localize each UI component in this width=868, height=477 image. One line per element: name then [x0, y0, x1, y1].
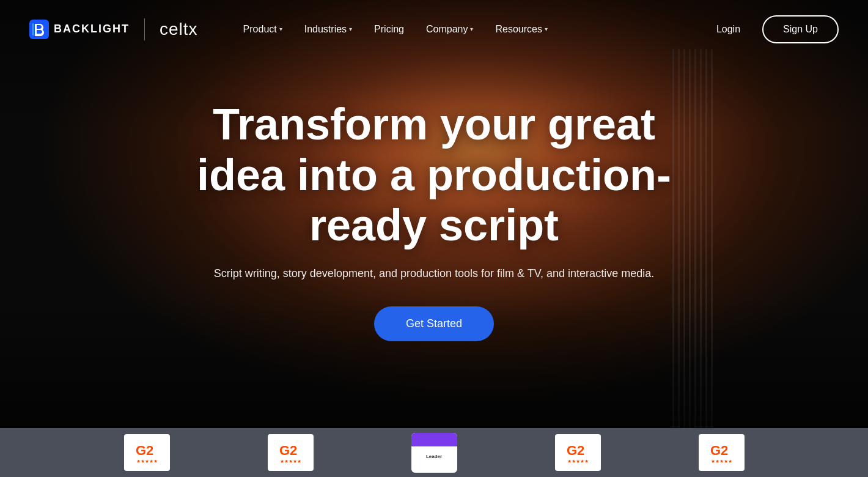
login-button[interactable]: Login [707, 19, 750, 40]
g2-badge-2-inner: G2 ★★★★★ [279, 442, 301, 464]
logo-divider [144, 18, 145, 40]
resources-chevron-icon: ▾ [545, 26, 548, 32]
g2-stars-5: ★★★★★ [711, 459, 732, 464]
backlight-logo[interactable]: BACKLIGHT [29, 20, 130, 39]
svg-text:G2: G2 [567, 443, 584, 458]
g2-logo-icon-1: G2 [136, 442, 158, 459]
nav-actions: Login Sign Up [707, 15, 839, 43]
g2-badge-1-inner: G2 ★★★★★ [136, 442, 158, 464]
navbar: BACKLIGHT celtx Product ▾ Industries ▾ P… [0, 0, 868, 58]
logo-area: BACKLIGHT celtx [29, 18, 198, 40]
get-started-button[interactable]: Get Started [374, 306, 494, 341]
g2-stars-2: ★★★★★ [280, 459, 301, 464]
g2-badge-5: G2 ★★★★★ [699, 434, 745, 471]
g2-stars-1: ★★★★★ [136, 459, 158, 464]
nav-pricing[interactable]: Pricing [366, 19, 413, 40]
g2-logo-icon-2: G2 [279, 442, 301, 459]
nav-resources[interactable]: Resources ▾ [487, 19, 556, 40]
g2-logo-icon-4: G2 [567, 442, 589, 459]
hero-content: Transform your great idea into a product… [159, 99, 709, 341]
nav-company[interactable]: Company ▾ [417, 19, 482, 40]
company-chevron-icon: ▾ [470, 26, 473, 32]
celtx-brand-text: celtx [160, 20, 198, 39]
nav-pricing-label: Pricing [374, 24, 404, 35]
signup-button[interactable]: Sign Up [762, 15, 839, 43]
g2-badge-4-inner: G2 ★★★★★ [567, 442, 589, 464]
nav-industries-label: Industries [304, 24, 347, 35]
badges-strip: G2 ★★★★★ G2 ★★★★★ G2 Leader G2 ★★★★★ G [0, 428, 868, 477]
backlight-icon [29, 20, 49, 39]
g2-badge-top-3: G2 Leader [411, 433, 457, 473]
g2-badge-5-inner: G2 ★★★★★ [710, 442, 732, 464]
nav-product-label: Product [243, 24, 277, 35]
g2-stars-4: ★★★★★ [567, 459, 589, 464]
hero-section: Transform your great idea into a product… [0, 0, 868, 428]
nav-links: Product ▾ Industries ▾ Pricing Company ▾… [235, 19, 707, 40]
nav-company-label: Company [426, 24, 468, 35]
g2-badge-top-text: G2 [431, 447, 436, 451]
hero-subtitle: Script writing, story development, and p… [183, 265, 685, 282]
svg-text:G2: G2 [279, 443, 297, 458]
g2-badge-2: G2 ★★★★★ [268, 434, 314, 471]
g2-badge-4: G2 ★★★★★ [555, 434, 601, 471]
nav-product[interactable]: Product ▾ [235, 19, 291, 40]
hero-title: Transform your great idea into a product… [183, 99, 685, 251]
industries-chevron-icon: ▾ [349, 26, 352, 32]
svg-text:G2: G2 [136, 443, 153, 458]
g2-logo-icon-5: G2 [710, 442, 732, 459]
product-chevron-icon: ▾ [279, 26, 282, 32]
nav-industries[interactable]: Industries ▾ [296, 19, 361, 40]
backlight-brand-text: BACKLIGHT [54, 23, 130, 35]
nav-resources-label: Resources [495, 24, 542, 35]
g2-badge-bottom-text: Leader [426, 454, 442, 459]
svg-text:G2: G2 [710, 443, 728, 458]
g2-badge-1: G2 ★★★★★ [124, 434, 170, 471]
